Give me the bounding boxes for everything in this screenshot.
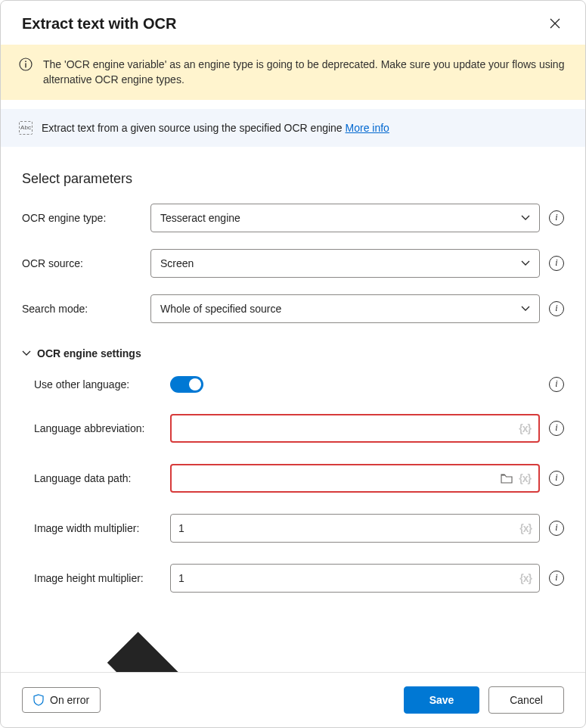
label-ocr-source: OCR source: (22, 257, 150, 269)
description-bar: Extract text from a given source using t… (1, 109, 585, 147)
chevron-right-icon (22, 614, 425, 672)
input-height-mult[interactable]: 1 {x} (170, 564, 540, 593)
description-text: Extract text from a given source using t… (42, 122, 389, 134)
banner-text: The 'OCR engine variable' as an engine t… (43, 57, 567, 88)
label-lang-abbrev: Language abbreviation: (34, 422, 170, 434)
deprecation-banner: The 'OCR engine variable' as an engine t… (1, 45, 585, 100)
engine-settings-panel: Use other language: i Language abbreviat… (22, 376, 564, 593)
info-button-lang-data-path[interactable]: i (549, 471, 564, 486)
info-button-ocr-source[interactable]: i (549, 256, 564, 271)
collapse-engine-settings[interactable]: OCR engine settings (22, 347, 564, 359)
dialog-title: Extract text with OCR (22, 15, 176, 33)
save-button[interactable]: Save (404, 686, 479, 714)
label-use-other-language: Use other language: (34, 378, 170, 390)
engine-settings-title: OCR engine settings (37, 347, 141, 359)
select-search-mode[interactable]: Whole of specified source (150, 294, 540, 323)
input-lang-data-path[interactable]: {x} (170, 464, 540, 493)
variable-icon[interactable]: {x} (519, 572, 532, 584)
info-icon (19, 58, 33, 74)
svg-point-1 (25, 61, 26, 62)
info-button-search-mode[interactable]: i (549, 301, 564, 316)
cancel-button[interactable]: Cancel (488, 686, 564, 714)
input-width-mult[interactable]: 1 {x} (170, 514, 540, 543)
on-error-button[interactable]: On error (22, 687, 101, 713)
dialog-footer: On error Save Cancel (1, 672, 585, 727)
svg-rect-2 (25, 63, 26, 67)
select-ocr-source-value: Screen (160, 257, 194, 269)
select-search-mode-value: Whole of specified source (160, 303, 281, 315)
info-button-use-other-language[interactable]: i (549, 377, 564, 392)
row-lang-abbrev: Language abbreviation: {x} i (34, 414, 564, 443)
on-error-label: On error (50, 694, 89, 706)
chevron-down-icon (521, 259, 530, 268)
input-lang-abbrev[interactable]: {x} (170, 414, 540, 443)
row-search-mode: Search mode: Whole of specified source i (22, 294, 564, 323)
info-button-height-mult[interactable]: i (549, 571, 564, 586)
dialog-header: Extract text with OCR (1, 1, 585, 45)
section-title: Select parameters (22, 171, 564, 187)
toggle-use-other-language[interactable] (170, 376, 203, 393)
select-ocr-source[interactable]: Screen (150, 249, 540, 278)
more-info-link[interactable]: More info (346, 122, 389, 134)
row-ocr-source: OCR source: Screen i (22, 249, 564, 278)
dialog-body: Select parameters OCR engine type: Tesse… (1, 147, 585, 672)
info-button-engine-type[interactable]: i (549, 210, 564, 226)
close-icon (549, 17, 561, 30)
dialog: Extract text with OCR The 'OCR engine va… (0, 0, 586, 728)
variable-icon[interactable]: {x} (519, 522, 532, 534)
label-engine-type: OCR engine type: (22, 212, 150, 224)
chevron-down-icon (521, 304, 530, 313)
row-width-mult: Image width multiplier: 1 {x} i (34, 514, 564, 543)
label-width-mult: Image width multiplier: (34, 522, 170, 534)
folder-icon[interactable] (501, 473, 513, 484)
label-lang-data-path: Language data path: (34, 472, 170, 484)
label-height-mult: Image height multiplier: (34, 572, 170, 584)
collapse-variables-produced[interactable]: Variables produced OcrText (22, 614, 564, 672)
input-width-mult-value: 1 (178, 522, 184, 534)
info-button-lang-abbrev[interactable]: i (549, 421, 564, 436)
close-button[interactable] (546, 14, 564, 33)
row-use-other-language: Use other language: i (34, 376, 564, 393)
description-label: Extract text from a given source using t… (42, 122, 346, 134)
input-height-mult-value: 1 (178, 572, 184, 584)
row-height-mult: Image height multiplier: 1 {x} i (34, 564, 564, 593)
chevron-down-icon (521, 213, 530, 222)
shield-icon (33, 694, 44, 706)
select-engine-type[interactable]: Tesseract engine (150, 204, 540, 232)
select-engine-type-value: Tesseract engine (160, 212, 240, 224)
row-engine-type: OCR engine type: Tesseract engine i (22, 204, 564, 232)
ocr-icon (19, 121, 33, 135)
info-button-width-mult[interactable]: i (549, 521, 564, 536)
variable-icon[interactable]: {x} (519, 422, 531, 434)
label-search-mode: Search mode: (22, 303, 150, 315)
chevron-down-icon (22, 349, 31, 358)
variable-icon[interactable]: {x} (519, 472, 531, 484)
row-lang-data-path: Language data path: {x} i (34, 464, 564, 493)
